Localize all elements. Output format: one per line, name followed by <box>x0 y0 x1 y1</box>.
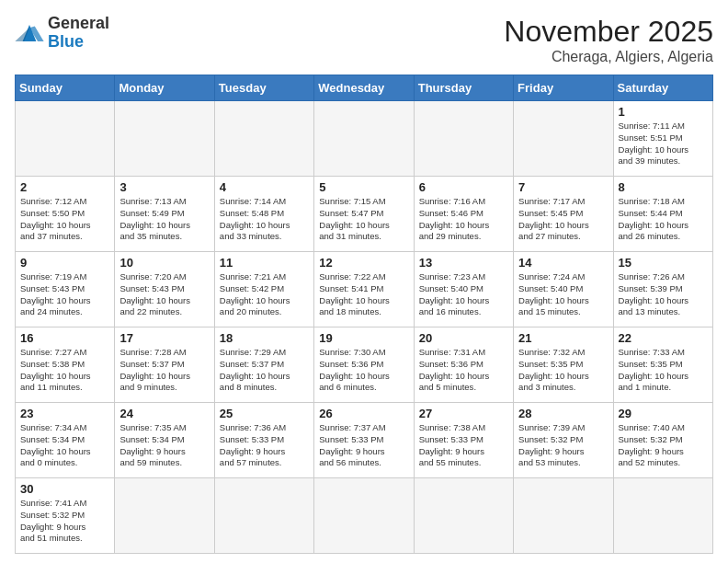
day-22: 22 Sunrise: 7:33 AM Sunset: 5:35 PM Dayl… <box>613 327 712 403</box>
empty-cell <box>214 101 313 177</box>
logo-icon <box>15 20 44 46</box>
weekday-header-row: Sunday Monday Tuesday Wednesday Thursday… <box>16 75 713 101</box>
day-20: 20 Sunrise: 7:31 AM Sunset: 5:36 PM Dayl… <box>414 327 513 403</box>
day-21: 21 Sunrise: 7:32 AM Sunset: 5:35 PM Dayl… <box>514 327 613 403</box>
day-23: 23 Sunrise: 7:34 AM Sunset: 5:34 PM Dayl… <box>16 403 115 478</box>
day-10: 10 Sunrise: 7:20 AM Sunset: 5:43 PM Dayl… <box>115 252 214 327</box>
calendar-table: Sunday Monday Tuesday Wednesday Thursday… <box>15 75 713 554</box>
empty-cell <box>115 478 214 554</box>
empty-cell <box>214 478 313 554</box>
day-9: 9 Sunrise: 7:19 AM Sunset: 5:43 PM Dayli… <box>16 252 115 327</box>
logo-text: GeneralBlue <box>48 15 109 52</box>
day-24: 24 Sunrise: 7:35 AM Sunset: 5:34 PM Dayl… <box>115 403 214 478</box>
header-thursday: Thursday <box>414 75 513 101</box>
day-6: 6 Sunrise: 7:16 AM Sunset: 5:46 PM Dayli… <box>414 177 513 252</box>
day-28: 28 Sunrise: 7:39 AM Sunset: 5:32 PM Dayl… <box>514 403 613 478</box>
month-title: November 2025 <box>504 15 713 49</box>
day-14: 14 Sunrise: 7:24 AM Sunset: 5:40 PM Dayl… <box>514 252 613 327</box>
week-row-3: 9 Sunrise: 7:19 AM Sunset: 5:43 PM Dayli… <box>16 252 713 327</box>
empty-cell <box>613 478 712 554</box>
day-17: 17 Sunrise: 7:28 AM Sunset: 5:37 PM Dayl… <box>115 327 214 403</box>
empty-cell <box>16 101 115 177</box>
page-header: GeneralBlue November 2025 Cheraga, Algie… <box>15 15 713 65</box>
empty-cell <box>314 101 414 177</box>
week-row-5: 23 Sunrise: 7:34 AM Sunset: 5:34 PM Dayl… <box>16 403 713 478</box>
empty-cell <box>514 478 613 554</box>
day-26: 26 Sunrise: 7:37 AM Sunset: 5:33 PM Dayl… <box>314 403 414 478</box>
day-4: 4 Sunrise: 7:14 AM Sunset: 5:48 PM Dayli… <box>214 177 313 252</box>
header-monday: Monday <box>115 75 214 101</box>
day-3: 3 Sunrise: 7:13 AM Sunset: 5:49 PM Dayli… <box>115 177 214 252</box>
empty-cell <box>115 101 214 177</box>
header-tuesday: Tuesday <box>214 75 313 101</box>
header-wednesday: Wednesday <box>314 75 414 101</box>
week-row-1: 1 Sunrise: 7:11 AM Sunset: 5:51 PM Dayli… <box>16 101 713 177</box>
empty-cell <box>414 478 513 554</box>
title-block: November 2025 Cheraga, Algiers, Algeria <box>504 15 713 65</box>
header-sunday: Sunday <box>16 75 115 101</box>
header-friday: Friday <box>514 75 613 101</box>
day-5: 5 Sunrise: 7:15 AM Sunset: 5:47 PM Dayli… <box>314 177 414 252</box>
week-row-6: 30 Sunrise: 7:41 AM Sunset: 5:32 PM Dayl… <box>16 478 713 554</box>
day-27: 27 Sunrise: 7:38 AM Sunset: 5:33 PM Dayl… <box>414 403 513 478</box>
day-1: 1 Sunrise: 7:11 AM Sunset: 5:51 PM Dayli… <box>613 101 712 177</box>
day-29: 29 Sunrise: 7:40 AM Sunset: 5:32 PM Dayl… <box>613 403 712 478</box>
empty-cell <box>514 101 613 177</box>
empty-cell <box>414 101 513 177</box>
day-11: 11 Sunrise: 7:21 AM Sunset: 5:42 PM Dayl… <box>214 252 313 327</box>
week-row-4: 16 Sunrise: 7:27 AM Sunset: 5:38 PM Dayl… <box>16 327 713 403</box>
day-19: 19 Sunrise: 7:30 AM Sunset: 5:36 PM Dayl… <box>314 327 414 403</box>
day-8: 8 Sunrise: 7:18 AM Sunset: 5:44 PM Dayli… <box>613 177 712 252</box>
day-15: 15 Sunrise: 7:26 AM Sunset: 5:39 PM Dayl… <box>613 252 712 327</box>
day-18: 18 Sunrise: 7:29 AM Sunset: 5:37 PM Dayl… <box>214 327 313 403</box>
week-row-2: 2 Sunrise: 7:12 AM Sunset: 5:50 PM Dayli… <box>16 177 713 252</box>
header-saturday: Saturday <box>613 75 712 101</box>
location-title: Cheraga, Algiers, Algeria <box>504 49 713 65</box>
day-25: 25 Sunrise: 7:36 AM Sunset: 5:33 PM Dayl… <box>214 403 313 478</box>
logo: GeneralBlue <box>15 15 109 52</box>
day-13: 13 Sunrise: 7:23 AM Sunset: 5:40 PM Dayl… <box>414 252 513 327</box>
day-16: 16 Sunrise: 7:27 AM Sunset: 5:38 PM Dayl… <box>16 327 115 403</box>
day-12: 12 Sunrise: 7:22 AM Sunset: 5:41 PM Dayl… <box>314 252 414 327</box>
day-7: 7 Sunrise: 7:17 AM Sunset: 5:45 PM Dayli… <box>514 177 613 252</box>
day-30: 30 Sunrise: 7:41 AM Sunset: 5:32 PM Dayl… <box>16 478 115 554</box>
day-2: 2 Sunrise: 7:12 AM Sunset: 5:50 PM Dayli… <box>16 177 115 252</box>
empty-cell <box>314 478 414 554</box>
